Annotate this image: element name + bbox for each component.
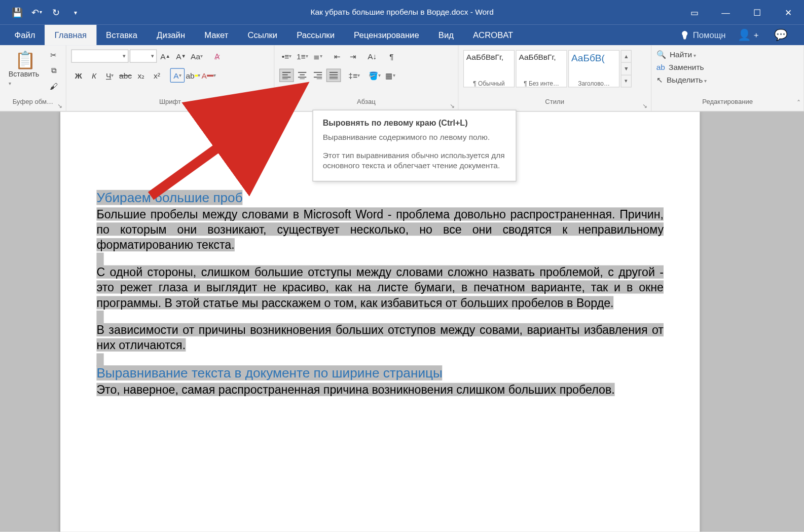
tell-me-search[interactable]: Помощн xyxy=(680,30,726,40)
numbering-icon[interactable]: 1≡ xyxy=(295,49,310,63)
share-icon[interactable]: 👤﹢ xyxy=(738,28,762,43)
tab-acrobat[interactable]: ACROBAT xyxy=(463,25,523,45)
subscript-button[interactable]: x₂ xyxy=(134,68,149,83)
align-left-button[interactable] xyxy=(279,69,294,82)
close-icon[interactable]: ✕ xyxy=(773,0,804,25)
line-spacing-icon[interactable]: ‡≡ xyxy=(347,68,361,83)
gallery-up-icon[interactable]: ▲ xyxy=(622,51,631,63)
change-case-icon[interactable]: Aa xyxy=(190,49,204,63)
collapse-ribbon-icon[interactable]: ˄ xyxy=(797,99,800,107)
shading-icon[interactable]: 🪣 xyxy=(368,68,382,83)
strikethrough-button[interactable]: abc xyxy=(118,68,133,83)
ribbon-display-options-icon[interactable]: ▭ xyxy=(679,0,710,25)
tab-mailings[interactable]: Рассылки xyxy=(287,25,344,45)
font-dialog-launcher-icon[interactable]: ↘ xyxy=(266,102,271,109)
tab-file[interactable]: Файл xyxy=(5,25,45,45)
format-painter-icon[interactable]: 🖌 xyxy=(47,79,61,94)
shrink-font-icon[interactable]: A▼ xyxy=(174,49,189,63)
styles-gallery[interactable]: АаБбВвГг, ¶ Обычный АаБбВвГг, ¶ Без инте… xyxy=(463,50,632,88)
group-styles-label: Стили xyxy=(545,98,564,105)
style-no-spacing[interactable]: АаБбВвГг, ¶ Без инте… xyxy=(516,50,567,88)
empty-line[interactable] xyxy=(96,253,103,266)
group-editing-label: Редактирование xyxy=(702,98,753,105)
undo-icon[interactable]: ↶▾ xyxy=(28,4,46,22)
show-marks-icon[interactable]: ¶ xyxy=(384,49,399,63)
gallery-down-icon[interactable]: ▼ xyxy=(622,63,631,75)
paragraph-2[interactable]: С одной стороны, слишком большие отступы… xyxy=(96,265,664,309)
maximize-icon[interactable]: ☐ xyxy=(742,0,773,25)
bullets-icon[interactable]: •≡ xyxy=(279,49,294,63)
multilevel-list-icon[interactable]: ≣ xyxy=(311,49,325,63)
heading-1[interactable]: Убираем большие проб xyxy=(96,190,242,205)
group-paragraph: •≡ 1≡ ≣ ⇤ ⇥ A↓ ¶ xyxy=(274,45,458,111)
text-effects-icon[interactable]: A xyxy=(170,68,185,83)
highlight-color-icon[interactable]: ab xyxy=(186,68,201,83)
bold-button[interactable]: Ж xyxy=(71,68,86,83)
clipboard-icon: 📋 xyxy=(15,50,36,70)
window-controls: ▭ — ☐ ✕ xyxy=(679,0,804,25)
gallery-more-icon[interactable]: ▾ xyxy=(622,75,631,87)
title-bar: 💾 ↶▾ ↻ ▾ Как убрать большие пробелы в Во… xyxy=(0,0,804,25)
select-icon: ↖ xyxy=(656,75,663,85)
bulb-icon xyxy=(680,30,689,40)
tab-insert[interactable]: Вставка xyxy=(96,25,147,45)
group-styles: АаБбВвГг, ¶ Обычный АаБбВвГг, ¶ Без инте… xyxy=(458,45,651,111)
tab-design[interactable]: Дизайн xyxy=(147,25,195,45)
paste-label: Вставить xyxy=(9,70,42,87)
tab-review[interactable]: Рецензирование xyxy=(344,25,429,45)
italic-button[interactable]: К xyxy=(87,68,101,83)
empty-line[interactable] xyxy=(96,353,103,366)
clipboard-dialog-launcher-icon[interactable]: ↘ xyxy=(57,102,62,109)
borders-icon[interactable]: ▦ xyxy=(383,68,398,83)
group-editing: 🔍Найти abЗаменить ↖Выделить Редактирован… xyxy=(651,45,804,111)
paste-button[interactable]: 📋 Вставить xyxy=(5,48,46,89)
align-justify-button[interactable] xyxy=(326,69,341,82)
select-button[interactable]: ↖Выделить xyxy=(656,75,707,85)
paragraph-dialog-launcher-icon[interactable]: ↘ xyxy=(450,102,455,109)
tab-layout[interactable]: Макет xyxy=(195,25,238,45)
style-normal[interactable]: АаБбВвГг, ¶ Обычный xyxy=(463,50,515,88)
minimize-icon[interactable]: — xyxy=(710,0,742,25)
font-name-combo[interactable] xyxy=(71,50,128,63)
ribbon: 📋 Вставить ✂ ⧉ 🖌 Буфер обм…↘ A▲ xyxy=(0,45,804,111)
replace-button[interactable]: abЗаменить xyxy=(656,63,707,72)
decrease-indent-icon[interactable]: ⇤ xyxy=(330,49,345,63)
styles-gallery-nav[interactable]: ▲ ▼ ▾ xyxy=(621,50,632,88)
group-clipboard-label: Буфер обм… xyxy=(13,98,53,105)
tab-home[interactable]: Главная xyxy=(45,25,97,45)
empty-line[interactable] xyxy=(96,311,103,324)
underline-button[interactable]: Ч xyxy=(102,68,117,83)
copy-icon[interactable]: ⧉ xyxy=(47,63,61,78)
font-size-combo[interactable] xyxy=(130,50,157,63)
redo-icon[interactable]: ↻ xyxy=(47,4,65,22)
save-icon[interactable]: 💾 xyxy=(9,4,27,22)
font-color-icon[interactable]: A xyxy=(201,68,216,83)
qat-customize-icon[interactable]: ▾ xyxy=(66,4,85,22)
tooltip-line2: Этот тип выравнивания обычно используетс… xyxy=(323,150,506,171)
group-font-label: Шрифт xyxy=(159,98,181,105)
align-center-button[interactable] xyxy=(295,69,310,82)
paragraph-3[interactable]: В зависимости от причины возникновения б… xyxy=(96,323,664,352)
superscript-button[interactable]: x² xyxy=(150,68,164,83)
paragraph-1[interactable]: Большие пробелы между словами в Microsof… xyxy=(96,207,664,251)
align-right-button[interactable] xyxy=(311,69,325,82)
find-icon: 🔍 xyxy=(656,50,666,59)
heading-2[interactable]: Выравнивание текста в документе по ширин… xyxy=(96,365,442,381)
tab-references[interactable]: Ссылки xyxy=(238,25,287,45)
sort-icon[interactable]: A↓ xyxy=(365,49,380,63)
cut-icon[interactable]: ✂ xyxy=(47,48,61,62)
tooltip-line1: Выравнивание содержимого по левому полю. xyxy=(323,132,506,143)
clear-formatting-icon[interactable]: A̷ xyxy=(210,49,225,63)
style-heading1[interactable]: АаБбВ( Заголово… xyxy=(568,50,619,88)
ribbon-tab-strip: Файл Главная Вставка Дизайн Макет Ссылки… xyxy=(0,25,804,45)
group-font: A▲ A▼ Aa A̷ Ж К Ч abc x₂ x² A xyxy=(66,45,275,111)
comments-icon[interactable]: 💬 xyxy=(774,28,787,42)
paragraph-4[interactable]: Это, наверное, самая распространенная пр… xyxy=(96,383,614,396)
tab-view[interactable]: Вид xyxy=(429,25,463,45)
styles-dialog-launcher-icon[interactable]: ↘ xyxy=(642,102,647,109)
tell-me-label: Помощн xyxy=(693,30,726,40)
increase-indent-icon[interactable]: ⇥ xyxy=(346,49,360,63)
tooltip-title: Выровнять по левому краю (Ctrl+L) xyxy=(323,118,468,127)
grow-font-icon[interactable]: A▲ xyxy=(158,49,173,63)
find-button[interactable]: 🔍Найти xyxy=(656,50,707,59)
